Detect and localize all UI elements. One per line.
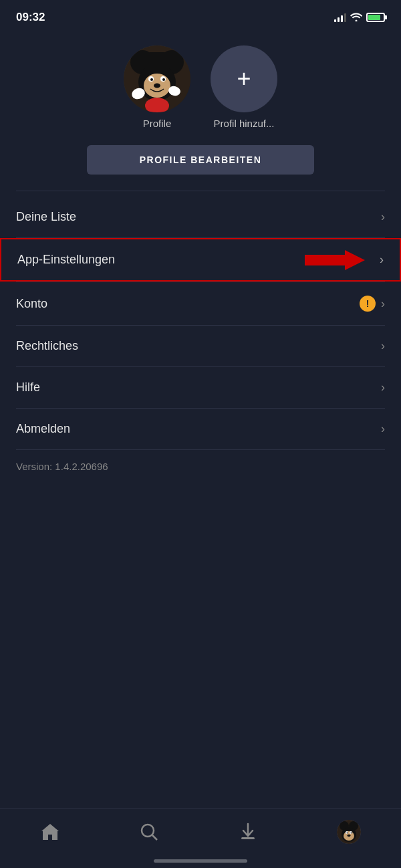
- battery-icon: [366, 13, 385, 22]
- svg-point-28: [348, 834, 351, 837]
- nav-item-downloads[interactable]: [225, 817, 271, 847]
- home-icon: [40, 823, 60, 841]
- profile-avatar-mickey: [124, 45, 190, 112]
- profile-item-add[interactable]: + Profil hinzuf...: [211, 45, 277, 129]
- svg-line-17: [152, 835, 157, 840]
- bottom-nav: [0, 808, 401, 868]
- menu-item-label-abmelden: Abmelden: [16, 422, 70, 436]
- menu-item-label-konto: Konto: [16, 297, 47, 311]
- svg-rect-14: [148, 52, 166, 66]
- battery-fill: [368, 15, 380, 20]
- add-profile-icon: +: [211, 45, 277, 112]
- status-icons: [334, 12, 385, 23]
- menu-item-label-rechtliches: Rechtliches: [16, 339, 78, 353]
- chevron-icon-hilfe: ›: [381, 381, 385, 395]
- menu-list: Deine Liste › App-Einstellungen › Konto …: [0, 197, 401, 483]
- profiles-row: Profile + Profil hinzuf...: [124, 45, 277, 129]
- menu-item-abmelden[interactable]: Abmelden ›: [0, 409, 401, 449]
- chevron-icon-rechtliches: ›: [381, 339, 385, 353]
- nav-item-home[interactable]: [27, 817, 74, 847]
- menu-item-hilfe[interactable]: Hilfe ›: [0, 367, 401, 408]
- signal-icon: [334, 13, 346, 22]
- svg-rect-18: [241, 837, 255, 839]
- profile-label-add: Profil hinzuf...: [214, 118, 275, 129]
- menu-item-app-einstellungen[interactable]: App-Einstellungen ›: [0, 238, 401, 282]
- menu-item-right-deine-liste: ›: [381, 210, 385, 224]
- svg-point-16: [142, 825, 154, 837]
- menu-item-rechtliches[interactable]: Rechtliches ›: [0, 326, 401, 366]
- signal-bar-1: [334, 19, 336, 22]
- signal-bar-2: [338, 17, 340, 22]
- edit-profiles-button[interactable]: PROFILE BEARBEITEN: [87, 145, 314, 175]
- status-bar: 09:32: [0, 0, 401, 32]
- nav-profile-avatar: [337, 820, 361, 844]
- svg-point-7: [150, 78, 153, 81]
- downloads-icon: [239, 823, 257, 841]
- profile-section: Profile + Profil hinzuf... PROFILE BEARB…: [0, 32, 401, 191]
- svg-point-27: [351, 832, 352, 833]
- svg-point-26: [347, 832, 348, 833]
- search-icon: [140, 823, 158, 841]
- signal-bar-3: [341, 15, 343, 22]
- chevron-icon-app-einstellungen: ›: [380, 253, 384, 267]
- chevron-icon-deine-liste: ›: [381, 210, 385, 224]
- top-divider: [16, 191, 385, 191]
- svg-point-9: [154, 84, 160, 88]
- nav-item-search[interactable]: [126, 817, 172, 847]
- profile-label-mickey: Profile: [143, 118, 172, 129]
- home-indicator: [154, 859, 247, 863]
- menu-item-right-app-einstellungen: ›: [313, 253, 384, 267]
- svg-point-8: [162, 78, 165, 81]
- menu-item-label-app-einstellungen: App-Einstellungen: [17, 253, 115, 267]
- menu-item-right-hilfe: ›: [381, 381, 385, 395]
- svg-marker-15: [305, 250, 365, 270]
- wifi-icon: [350, 12, 362, 23]
- menu-item-label-hilfe: Hilfe: [16, 381, 40, 395]
- menu-item-right-konto: ! ›: [360, 296, 385, 312]
- menu-item-right-rechtliches: ›: [381, 339, 385, 353]
- version-text: Version: 1.4.2.20696: [0, 450, 401, 483]
- status-time: 09:32: [16, 11, 45, 24]
- signal-bar-4: [344, 13, 346, 22]
- menu-item-deine-liste[interactable]: Deine Liste ›: [0, 197, 401, 237]
- nav-item-profile[interactable]: [323, 815, 374, 849]
- profile-item-mickey[interactable]: Profile: [124, 45, 190, 129]
- chevron-icon-konto: ›: [381, 297, 385, 311]
- menu-item-label-deine-liste: Deine Liste: [16, 210, 76, 224]
- menu-item-konto[interactable]: Konto ! ›: [0, 282, 401, 325]
- menu-item-right-abmelden: ›: [381, 422, 385, 436]
- warning-icon-konto: !: [360, 296, 376, 312]
- red-arrow-icon: [305, 247, 365, 274]
- chevron-icon-abmelden: ›: [381, 422, 385, 436]
